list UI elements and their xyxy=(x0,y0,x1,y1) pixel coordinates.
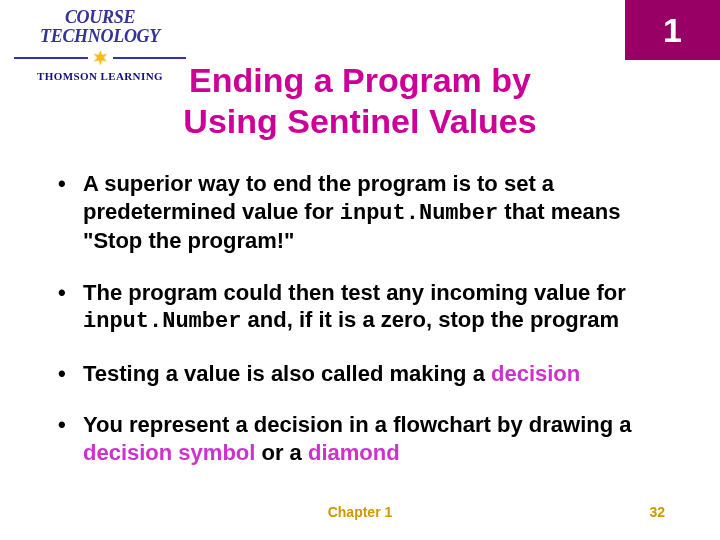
bullet-4-text-a: You represent a decision in a flowchart … xyxy=(83,412,632,437)
slide-body: A superior way to end the program is to … xyxy=(55,170,675,490)
bullet-4: You represent a decision in a flowchart … xyxy=(55,411,675,466)
bullet-2-text-a: The program could then test any incoming… xyxy=(83,280,626,305)
slide-title: Ending a Program by Using Sentinel Value… xyxy=(0,60,720,142)
bullet-3: Testing a value is also called making a … xyxy=(55,360,675,388)
course-technology-logo: COURSE TECHNOLOGY xyxy=(10,8,190,46)
bullet-2: The program could then test any incoming… xyxy=(55,279,675,336)
title-line-2: Using Sentinel Values xyxy=(183,102,536,140)
bullet-2-code: input.Number xyxy=(83,309,241,334)
bullet-3-text-a: Testing a value is also called making a xyxy=(83,361,491,386)
footer-chapter: Chapter 1 xyxy=(0,504,720,520)
bullet-2-text-b: and, if it is a zero, stop the program xyxy=(241,307,619,332)
footer-page-number: 32 xyxy=(649,504,665,520)
bullet-1-code: input.Number xyxy=(340,201,498,226)
title-line-1: Ending a Program by xyxy=(189,61,531,99)
chapter-badge: 1 xyxy=(625,0,720,60)
logo-divider-left xyxy=(14,57,88,59)
logo-divider-right xyxy=(113,57,187,59)
slide: COURSE TECHNOLOGY ✶ THOMSON LEARNING 1 E… xyxy=(0,0,720,540)
bullet-3-highlight: decision xyxy=(491,361,580,386)
logo-line-1: COURSE xyxy=(65,7,135,27)
logo-line-2: TECHNOLOGY xyxy=(40,26,160,46)
bullet-1: A superior way to end the program is to … xyxy=(55,170,675,255)
bullet-4-highlight-2: diamond xyxy=(308,440,400,465)
bullet-list: A superior way to end the program is to … xyxy=(55,170,675,466)
bullet-4-highlight-1: decision symbol xyxy=(83,440,255,465)
bullet-4-text-b: or a xyxy=(255,440,308,465)
chapter-badge-number: 1 xyxy=(663,11,682,50)
